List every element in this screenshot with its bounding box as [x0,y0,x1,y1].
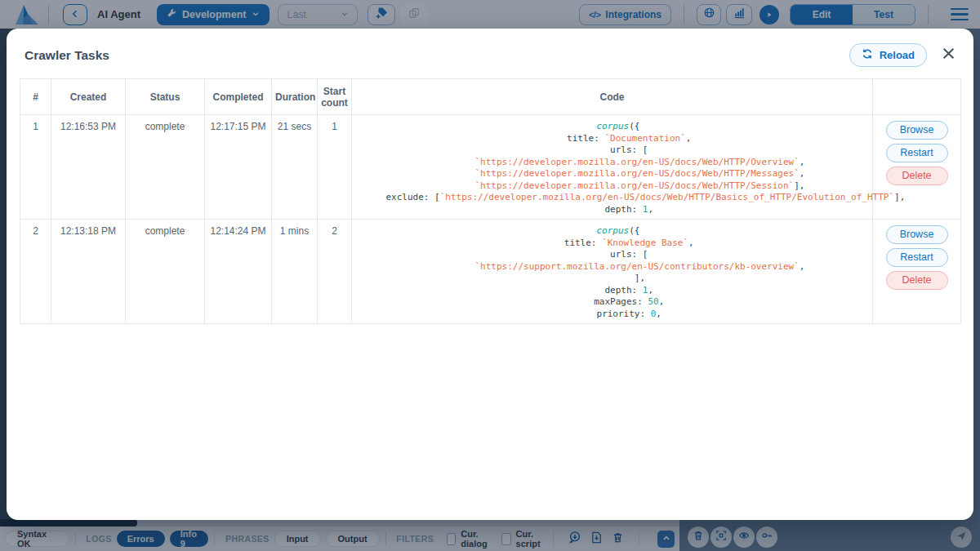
menu-button[interactable] [947,5,972,24]
syntax-status-badge: Syntax OK [5,531,69,547]
task-number: 1 [20,115,51,220]
cur-dialog-label: Cur. dialog [461,529,493,549]
dialog-title: Crawler Tasks [24,48,849,63]
trash-icon [612,531,624,547]
task-duration: 21 secs [272,115,318,220]
task-duration: 1 mins [272,220,318,324]
reload-icon [862,48,873,62]
task-completed: 12:14:24 PM [205,220,272,324]
task-code: corpus({ title: `Knowledge Base`, urls: … [364,225,872,320]
tab-edit[interactable]: Edit [791,5,853,24]
close-icon [942,47,956,64]
divider [214,531,215,546]
task-actions-cell: BrowseRestartDelete [873,115,961,220]
integrations-button[interactable]: </> Integrations [579,4,671,25]
globe-icon [703,7,715,22]
scrollbar-thumb[interactable] [0,519,137,527]
divider [639,531,639,546]
task-row: 112:16:53 PMcomplete12:17:15 PM21 secs1c… [20,115,961,220]
restart-button[interactable]: Restart [886,144,948,162]
chat-key-button[interactable] [756,527,777,548]
send-message-button[interactable] [951,527,972,548]
top-navigation-bar: AI Agent Development Last </> Integratio… [0,0,980,29]
wrench-icon [167,8,176,20]
task-status: complete [126,115,205,220]
add-tag-button[interactable] [368,4,395,25]
divider [385,531,386,546]
status-bar: Syntax OK LOGS Errors Info 9 PHRASES Inp… [0,527,679,551]
output-phrases-button[interactable]: Output [326,531,380,547]
copy-button-disabled [400,4,428,25]
task-code-cell: corpus({ title: `Knowledge Base`, urls: … [352,220,873,324]
code-brackets-icon: </> [589,10,600,20]
delete-button[interactable]: Delete [886,167,948,185]
clear-logs-button[interactable] [612,531,624,547]
col-header-actions [873,79,961,115]
col-header-start-count: Start count [318,79,352,115]
col-header-duration: Duration [272,79,318,115]
export-file-button[interactable] [590,531,603,547]
cur-script-checkbox[interactable] [501,533,510,545]
export-dialog-button[interactable] [568,531,581,547]
scan-icon [715,530,727,544]
reload-button[interactable]: Reload [849,43,927,67]
task-code: corpus({ title: `Documentation`, urls: [… [364,121,872,216]
task-created: 12:13:18 PM [51,220,126,324]
chat-watch-button[interactable] [733,527,755,548]
logs-label: LOGS [86,534,111,544]
edit-test-tabs: Edit Test [790,4,915,25]
divider [75,531,76,546]
chevron-up-icon [662,531,671,546]
info-log-button[interactable]: Info 9 [170,531,209,547]
phrases-label: PHRASES [225,534,270,544]
col-header-status: Status [126,79,205,115]
errors-log-button[interactable]: Errors [117,531,165,547]
development-mode-button[interactable]: Development [157,4,270,25]
back-button[interactable] [63,4,87,25]
browse-button[interactable]: Browse [886,225,948,244]
col-header-created: Created [51,79,126,115]
cur-dialog-checkbox[interactable] [447,533,456,545]
delete-button[interactable]: Delete [886,271,948,290]
col-header-completed: Completed [205,79,272,115]
col-header-code: Code [352,79,873,115]
collapse-panel-button[interactable] [657,531,675,548]
key-icon [761,530,773,544]
divider [684,5,684,24]
tab-test[interactable]: Test [853,5,915,24]
paper-plane-icon [956,530,967,544]
file-download-icon [590,531,603,547]
divider [928,5,929,24]
crawler-tasks-dialog: Crawler Tasks Reload # Created Status Co… [7,29,973,520]
close-dialog-button[interactable] [942,47,956,64]
editor-horizontal-scrollbar[interactable] [0,519,679,527]
input-phrases-button[interactable]: Input [274,531,321,547]
divider [553,531,554,546]
divider [48,5,49,24]
app-title: AI Agent [97,8,140,20]
task-start-count: 1 [318,115,352,220]
task-row: 212:13:18 PMcomplete12:14:24 PM1 mins2co… [20,220,961,324]
app-logo [13,3,41,26]
chevron-down-icon [252,9,260,20]
analytics-button[interactable] [726,4,752,25]
col-header-num: # [20,79,51,115]
task-number: 2 [20,220,51,324]
filters-label: FILTERS [396,534,434,544]
version-dropdown[interactable]: Last [278,4,358,25]
run-button[interactable] [760,5,779,24]
cur-script-label: Cur. script [516,529,547,549]
bar-chart-icon [733,7,746,22]
chevron-down-icon [341,9,349,20]
chevron-left-icon [70,7,80,22]
language-button[interactable] [697,4,721,25]
table-header-row: # Created Status Completed Duration Star… [20,79,961,115]
restart-button[interactable]: Restart [886,248,948,267]
chat-clear-button[interactable] [688,527,709,548]
copy-icon [408,7,420,22]
play-icon [765,7,773,22]
chat-scan-button[interactable] [710,527,732,548]
task-start-count: 2 [318,220,352,324]
browse-button[interactable]: Browse [886,121,948,140]
task-created: 12:16:53 PM [51,115,126,220]
